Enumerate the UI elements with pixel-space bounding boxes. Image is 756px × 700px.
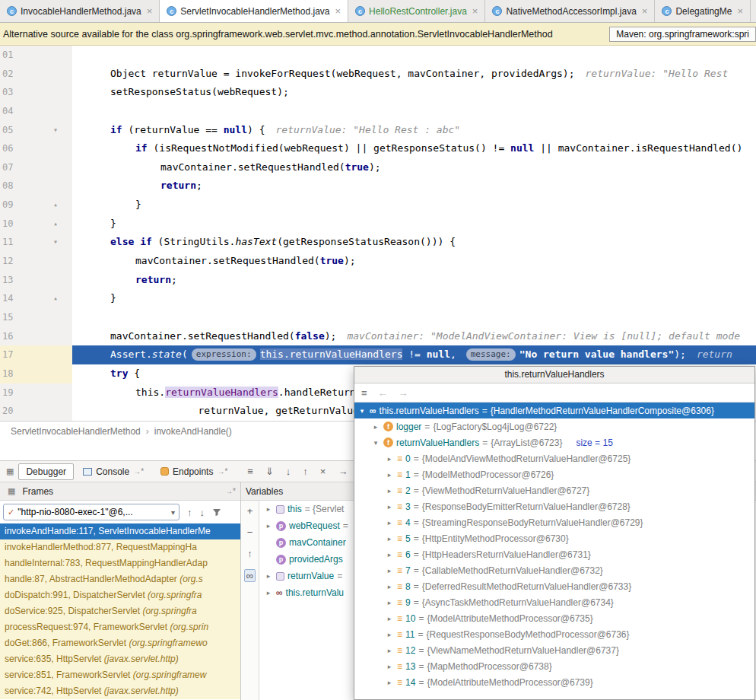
gutter-cell[interactable]: 10▴ — [0, 215, 72, 234]
close-icon[interactable]: × — [147, 5, 153, 17]
layout-settings-icon[interactable]: ≡ — [247, 466, 253, 477]
popup-variable-row[interactable]: ▸≡2 = {ViewMethodReturnValueHandler@6727… — [354, 482, 754, 498]
stack-frame-row[interactable]: doGet:866, FrameworkServlet (org.springf… — [0, 635, 240, 651]
stack-frame-row[interactable]: doService:925, DispatcherServlet (org.sp… — [0, 603, 240, 619]
code-line-108[interactable]: 08return; — [0, 177, 756, 196]
gutter-cell[interactable]: 02 — [0, 65, 72, 84]
code-line-103[interactable]: 03setResponseStatus(webRequest); — [0, 83, 756, 102]
expand-icon[interactable]: ▸ — [264, 589, 273, 597]
debug-tab-endpoints[interactable]: Endpoints→* — [153, 463, 235, 480]
hide-panel-icon[interactable]: →* — [225, 487, 236, 495]
move-up-icon[interactable]: ↑ — [247, 548, 253, 559]
expand-icon[interactable]: ▸ — [371, 423, 380, 431]
pin-icon[interactable]: → — [338, 466, 348, 477]
fold-marker-icon[interactable]: ▾ — [53, 121, 58, 140]
gutter-cell[interactable]: 18 — [0, 364, 72, 383]
expand-icon[interactable]: ▸ — [385, 647, 394, 654]
gutter-cell[interactable]: 20 — [0, 402, 72, 421]
gutter-cell[interactable]: 19 — [0, 383, 72, 402]
expand-icon[interactable]: ▸ — [385, 551, 394, 558]
expand-icon[interactable]: ▸ — [385, 519, 394, 527]
fold-marker-icon[interactable]: ▴ — [53, 215, 58, 234]
gutter-cell[interactable]: 05▾ — [0, 121, 72, 140]
stack-frame-row[interactable]: handle:87, AbstractHandlerMethodAdapter … — [0, 571, 240, 587]
popup-variable-row[interactable]: ▸≡9 = {AsyncTaskMethodReturnValueHandler… — [354, 594, 754, 610]
expand-icon[interactable]: ▸ — [385, 455, 394, 463]
popup-variable-row[interactable]: ▾∞this.returnValueHandlers = {HandlerMet… — [354, 402, 754, 418]
tree-view-icon[interactable]: ≡ — [361, 387, 367, 399]
stack-frame-row[interactable]: invokeAndHandle:117, ServletInvocableHan… — [0, 523, 240, 539]
popup-variable-row[interactable]: ▸≡11 = {RequestResponseBodyMethodProcess… — [354, 626, 754, 642]
editor-tab[interactable]: cServletInvocableHandlerMethod.java× — [160, 0, 348, 22]
expand-icon[interactable]: ▸ — [385, 599, 394, 606]
stack-frame-row[interactable]: service:635, HttpServlet (javax.servlet.… — [0, 651, 240, 667]
stack-frame-row[interactable]: invokeHandlerMethod:877, RequestMappingH… — [0, 539, 240, 555]
code-editor[interactable]: 0102Object returnValue = invokeForReques… — [0, 46, 756, 421]
breadcrumb-item[interactable]: invokeAndHandle() — [154, 426, 232, 437]
code-line-114[interactable]: 14▴} — [0, 289, 756, 308]
popup-variable-row[interactable]: ▸≡12 = {ViewNameMethodReturnValueHandler… — [354, 642, 754, 658]
gutter-cell[interactable]: 16 — [0, 327, 72, 346]
expand-icon[interactable]: ▸ — [385, 487, 394, 495]
popup-variable-row[interactable]: ▸≡7 = {CallableMethodReturnValueHandler@… — [354, 562, 754, 578]
stack-frame-row[interactable]: service:851, FrameworkServlet (org.sprin… — [0, 667, 240, 683]
code-line-116[interactable]: 16mavContainer.setRequestHandled(false);… — [0, 327, 756, 346]
gutter-cell[interactable]: 15 — [0, 308, 72, 327]
expand-icon[interactable]: ▾ — [371, 439, 380, 447]
popup-variable-row[interactable]: ▾freturnValueHandlers = {ArrayList@6723}… — [354, 434, 754, 450]
popup-variable-row[interactable]: ▸≡4 = {StreamingResponseBodyReturnValueH… — [354, 514, 754, 530]
popup-variable-row[interactable]: ▸≡3 = {ResponseBodyEmitterReturnValueHan… — [354, 498, 754, 514]
forward-icon[interactable]: → — [399, 387, 408, 399]
close-icon[interactable]: × — [335, 5, 341, 17]
stack-frame-row[interactable]: handleInternal:783, RequestMappingHandle… — [0, 555, 240, 571]
gutter-cell[interactable]: 11▾ — [0, 233, 72, 252]
fold-marker-icon[interactable]: ▾ — [53, 233, 58, 252]
popup-variable-row[interactable]: ▸≡0 = {ModelAndViewMethodReturnValueHand… — [354, 450, 754, 466]
editor-tab[interactable]: cHelloRestController.java× — [348, 0, 485, 22]
move-down-icon[interactable]: ↓ — [286, 466, 291, 477]
gutter-cell[interactable]: 12 — [0, 252, 72, 271]
editor-tab[interactable]: cNativeMethodAccessorImpl.java× — [485, 0, 655, 22]
code-line-113[interactable]: 13return; — [0, 271, 756, 290]
code-line-101[interactable]: 01 — [0, 46, 756, 65]
gutter-cell[interactable]: 06 — [0, 139, 72, 158]
gutter-cell[interactable]: 14▴ — [0, 289, 72, 308]
stack-frame-row[interactable]: processRequest:974, FrameworkServlet (or… — [0, 619, 240, 635]
debug-tab-debugger[interactable]: Debugger — [18, 463, 74, 480]
expand-icon[interactable]: ▸ — [385, 471, 394, 479]
editor-tab[interactable]: cDelegatingMe× — [655, 0, 751, 22]
code-line-104[interactable]: 04 — [0, 102, 756, 121]
expand-icon[interactable]: ▸ — [264, 505, 273, 513]
gutter-cell[interactable]: 08 — [0, 177, 72, 196]
popup-variable-row[interactable]: ▸≡10 = {ModelAttributeMethodProcessor@67… — [354, 610, 754, 626]
popup-variable-row[interactable]: ▸≡1 = {ModelMethodProcessor@6726} — [354, 466, 754, 482]
fold-marker-icon[interactable]: ▴ — [53, 289, 58, 308]
stack-frame-row[interactable]: service:742, HttpServlet (javax.servlet.… — [0, 683, 240, 699]
gutter-cell[interactable]: 01 — [0, 46, 72, 65]
expand-icon[interactable]: ▸ — [385, 679, 394, 686]
gutter-cell[interactable]: 09▴ — [0, 196, 72, 215]
expand-icon[interactable]: ▸ — [385, 615, 394, 622]
code-line-112[interactable]: 12mavContainer.setRequestHandled(true); — [0, 252, 756, 271]
expand-icon[interactable]: ▸ — [385, 503, 394, 511]
close-icon[interactable]: × — [320, 466, 326, 477]
code-line-107[interactable]: 07mavContainer.setRequestHandled(true); — [0, 158, 756, 177]
close-icon[interactable]: × — [642, 5, 648, 17]
expand-icon[interactable]: ▸ — [385, 567, 394, 574]
remove-watch-icon[interactable]: − — [247, 527, 253, 538]
code-line-106[interactable]: 06if (isRequestNotModified(webRequest) |… — [0, 139, 756, 158]
gutter-cell[interactable]: 03 — [0, 83, 72, 102]
expand-icon[interactable]: ▸ — [385, 663, 394, 670]
expand-icon[interactable]: ▾ — [357, 407, 367, 415]
editor-tab[interactable]: cInvocableHandlerMethod.java× — [0, 0, 160, 22]
popup-variable-row[interactable]: ▸flogger = {LogFactory$Log4jLog@6722} — [354, 418, 754, 434]
code-line-102[interactable]: 02Object returnValue = invokeForRequest(… — [0, 65, 756, 84]
popup-variable-row[interactable]: ▸≡6 = {HttpHeadersReturnValueHandler@673… — [354, 546, 754, 562]
expand-icon[interactable]: ▸ — [264, 522, 273, 530]
expand-icon[interactable]: ▸ — [385, 631, 394, 638]
code-line-105[interactable]: 05▾if (returnValue == null) {returnValue… — [0, 121, 756, 140]
restore-layout-icon[interactable]: ⇓ — [265, 466, 274, 477]
next-frame-icon[interactable]: ↓ — [200, 507, 205, 518]
gutter-cell[interactable]: 17 — [0, 345, 72, 364]
expand-icon[interactable]: ▸ — [264, 572, 273, 580]
